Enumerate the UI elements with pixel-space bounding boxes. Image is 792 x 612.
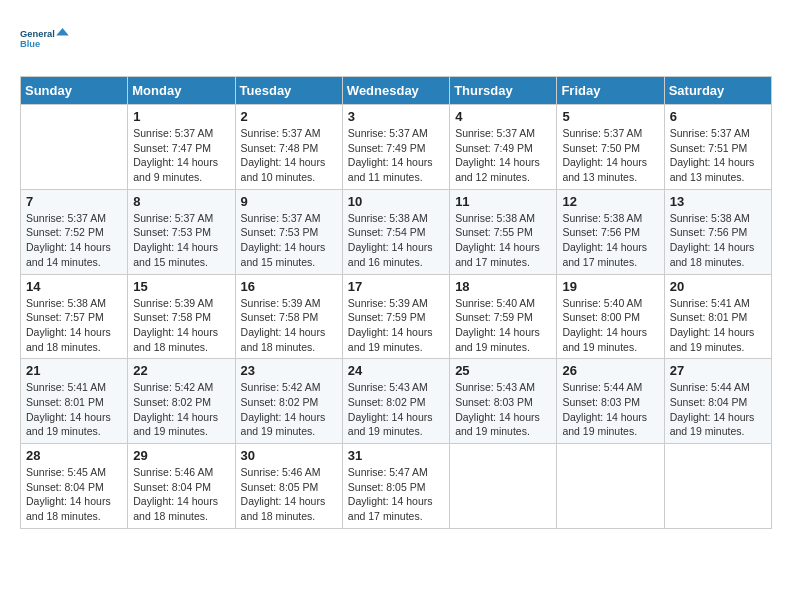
calendar-cell: 27Sunrise: 5:44 AM Sunset: 8:04 PM Dayli… <box>664 359 771 444</box>
calendar-body: 1Sunrise: 5:37 AM Sunset: 7:47 PM Daylig… <box>21 105 772 529</box>
calendar-header: SundayMondayTuesdayWednesdayThursdayFrid… <box>21 77 772 105</box>
logo-svg: General Blue <box>20 20 70 56</box>
day-number: 5 <box>562 109 658 124</box>
day-info: Sunrise: 5:41 AM Sunset: 8:01 PM Dayligh… <box>26 380 122 439</box>
calendar-cell <box>664 444 771 529</box>
calendar-cell: 7Sunrise: 5:37 AM Sunset: 7:52 PM Daylig… <box>21 189 128 274</box>
day-header-wednesday: Wednesday <box>342 77 449 105</box>
day-info: Sunrise: 5:47 AM Sunset: 8:05 PM Dayligh… <box>348 465 444 524</box>
day-info: Sunrise: 5:43 AM Sunset: 8:03 PM Dayligh… <box>455 380 551 439</box>
day-number: 29 <box>133 448 229 463</box>
day-info: Sunrise: 5:38 AM Sunset: 7:54 PM Dayligh… <box>348 211 444 270</box>
calendar-cell: 16Sunrise: 5:39 AM Sunset: 7:58 PM Dayli… <box>235 274 342 359</box>
day-number: 14 <box>26 279 122 294</box>
calendar-cell: 12Sunrise: 5:38 AM Sunset: 7:56 PM Dayli… <box>557 189 664 274</box>
calendar-cell: 4Sunrise: 5:37 AM Sunset: 7:49 PM Daylig… <box>450 105 557 190</box>
calendar-cell <box>557 444 664 529</box>
day-info: Sunrise: 5:39 AM Sunset: 7:58 PM Dayligh… <box>133 296 229 355</box>
calendar: SundayMondayTuesdayWednesdayThursdayFrid… <box>20 76 772 529</box>
day-info: Sunrise: 5:37 AM Sunset: 7:53 PM Dayligh… <box>133 211 229 270</box>
day-header-friday: Friday <box>557 77 664 105</box>
day-info: Sunrise: 5:38 AM Sunset: 7:55 PM Dayligh… <box>455 211 551 270</box>
calendar-cell: 24Sunrise: 5:43 AM Sunset: 8:02 PM Dayli… <box>342 359 449 444</box>
day-info: Sunrise: 5:44 AM Sunset: 8:04 PM Dayligh… <box>670 380 766 439</box>
day-info: Sunrise: 5:37 AM Sunset: 7:53 PM Dayligh… <box>241 211 337 270</box>
week-row-1: 1Sunrise: 5:37 AM Sunset: 7:47 PM Daylig… <box>21 105 772 190</box>
calendar-cell: 21Sunrise: 5:41 AM Sunset: 8:01 PM Dayli… <box>21 359 128 444</box>
day-info: Sunrise: 5:42 AM Sunset: 8:02 PM Dayligh… <box>241 380 337 439</box>
calendar-cell: 28Sunrise: 5:45 AM Sunset: 8:04 PM Dayli… <box>21 444 128 529</box>
calendar-cell: 15Sunrise: 5:39 AM Sunset: 7:58 PM Dayli… <box>128 274 235 359</box>
day-header-saturday: Saturday <box>664 77 771 105</box>
day-number: 15 <box>133 279 229 294</box>
svg-text:General: General <box>20 29 55 39</box>
day-number: 2 <box>241 109 337 124</box>
day-info: Sunrise: 5:46 AM Sunset: 8:05 PM Dayligh… <box>241 465 337 524</box>
day-header-tuesday: Tuesday <box>235 77 342 105</box>
calendar-cell: 18Sunrise: 5:40 AM Sunset: 7:59 PM Dayli… <box>450 274 557 359</box>
day-number: 1 <box>133 109 229 124</box>
day-number: 10 <box>348 194 444 209</box>
calendar-cell: 14Sunrise: 5:38 AM Sunset: 7:57 PM Dayli… <box>21 274 128 359</box>
day-number: 26 <box>562 363 658 378</box>
day-info: Sunrise: 5:37 AM Sunset: 7:51 PM Dayligh… <box>670 126 766 185</box>
day-number: 17 <box>348 279 444 294</box>
day-info: Sunrise: 5:40 AM Sunset: 8:00 PM Dayligh… <box>562 296 658 355</box>
day-number: 24 <box>348 363 444 378</box>
day-number: 25 <box>455 363 551 378</box>
day-info: Sunrise: 5:37 AM Sunset: 7:47 PM Dayligh… <box>133 126 229 185</box>
calendar-cell: 1Sunrise: 5:37 AM Sunset: 7:47 PM Daylig… <box>128 105 235 190</box>
calendar-cell: 17Sunrise: 5:39 AM Sunset: 7:59 PM Dayli… <box>342 274 449 359</box>
calendar-cell: 25Sunrise: 5:43 AM Sunset: 8:03 PM Dayli… <box>450 359 557 444</box>
calendar-cell: 13Sunrise: 5:38 AM Sunset: 7:56 PM Dayli… <box>664 189 771 274</box>
day-number: 18 <box>455 279 551 294</box>
day-number: 23 <box>241 363 337 378</box>
day-info: Sunrise: 5:37 AM Sunset: 7:50 PM Dayligh… <box>562 126 658 185</box>
day-number: 16 <box>241 279 337 294</box>
calendar-cell: 19Sunrise: 5:40 AM Sunset: 8:00 PM Dayli… <box>557 274 664 359</box>
calendar-cell: 20Sunrise: 5:41 AM Sunset: 8:01 PM Dayli… <box>664 274 771 359</box>
calendar-cell: 5Sunrise: 5:37 AM Sunset: 7:50 PM Daylig… <box>557 105 664 190</box>
day-info: Sunrise: 5:45 AM Sunset: 8:04 PM Dayligh… <box>26 465 122 524</box>
day-number: 8 <box>133 194 229 209</box>
day-info: Sunrise: 5:37 AM Sunset: 7:48 PM Dayligh… <box>241 126 337 185</box>
week-row-3: 14Sunrise: 5:38 AM Sunset: 7:57 PM Dayli… <box>21 274 772 359</box>
calendar-cell: 22Sunrise: 5:42 AM Sunset: 8:02 PM Dayli… <box>128 359 235 444</box>
day-number: 6 <box>670 109 766 124</box>
calendar-cell: 26Sunrise: 5:44 AM Sunset: 8:03 PM Dayli… <box>557 359 664 444</box>
day-number: 3 <box>348 109 444 124</box>
day-header-sunday: Sunday <box>21 77 128 105</box>
week-row-5: 28Sunrise: 5:45 AM Sunset: 8:04 PM Dayli… <box>21 444 772 529</box>
day-number: 4 <box>455 109 551 124</box>
day-info: Sunrise: 5:39 AM Sunset: 7:58 PM Dayligh… <box>241 296 337 355</box>
day-number: 31 <box>348 448 444 463</box>
calendar-cell: 6Sunrise: 5:37 AM Sunset: 7:51 PM Daylig… <box>664 105 771 190</box>
calendar-cell: 10Sunrise: 5:38 AM Sunset: 7:54 PM Dayli… <box>342 189 449 274</box>
svg-marker-2 <box>56 28 69 36</box>
day-number: 22 <box>133 363 229 378</box>
week-row-4: 21Sunrise: 5:41 AM Sunset: 8:01 PM Dayli… <box>21 359 772 444</box>
day-number: 7 <box>26 194 122 209</box>
day-info: Sunrise: 5:40 AM Sunset: 7:59 PM Dayligh… <box>455 296 551 355</box>
day-number: 30 <box>241 448 337 463</box>
day-header-thursday: Thursday <box>450 77 557 105</box>
day-info: Sunrise: 5:43 AM Sunset: 8:02 PM Dayligh… <box>348 380 444 439</box>
logo: General Blue <box>20 20 70 56</box>
day-number: 9 <box>241 194 337 209</box>
calendar-cell: 9Sunrise: 5:37 AM Sunset: 7:53 PM Daylig… <box>235 189 342 274</box>
day-info: Sunrise: 5:38 AM Sunset: 7:57 PM Dayligh… <box>26 296 122 355</box>
calendar-cell: 11Sunrise: 5:38 AM Sunset: 7:55 PM Dayli… <box>450 189 557 274</box>
calendar-cell <box>21 105 128 190</box>
svg-text:Blue: Blue <box>20 39 40 49</box>
day-header-monday: Monday <box>128 77 235 105</box>
day-number: 19 <box>562 279 658 294</box>
day-info: Sunrise: 5:46 AM Sunset: 8:04 PM Dayligh… <box>133 465 229 524</box>
day-info: Sunrise: 5:38 AM Sunset: 7:56 PM Dayligh… <box>562 211 658 270</box>
day-number: 12 <box>562 194 658 209</box>
day-info: Sunrise: 5:37 AM Sunset: 7:52 PM Dayligh… <box>26 211 122 270</box>
calendar-cell: 29Sunrise: 5:46 AM Sunset: 8:04 PM Dayli… <box>128 444 235 529</box>
week-row-2: 7Sunrise: 5:37 AM Sunset: 7:52 PM Daylig… <box>21 189 772 274</box>
day-number: 13 <box>670 194 766 209</box>
calendar-cell <box>450 444 557 529</box>
calendar-cell: 30Sunrise: 5:46 AM Sunset: 8:05 PM Dayli… <box>235 444 342 529</box>
